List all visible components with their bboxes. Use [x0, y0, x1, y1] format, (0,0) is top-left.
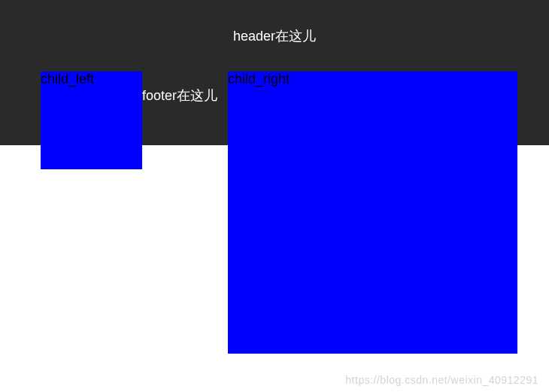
footer-text: footer在这儿 — [142, 87, 217, 105]
watermark-text: https://blog.csdn.net/weixin_40912291 — [345, 374, 538, 386]
header-text: header在这儿 — [0, 27, 549, 45]
child-right-box: child_right — [228, 71, 517, 354]
child-left-box: child_left — [41, 71, 142, 169]
child-right-label: child_right — [228, 71, 290, 87]
child-left-label: child_left — [41, 71, 94, 87]
